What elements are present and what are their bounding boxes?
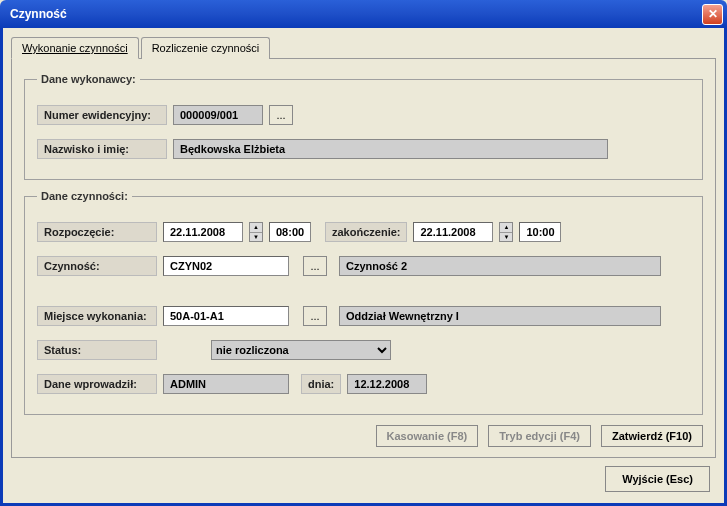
id-value: 000009/001 — [173, 105, 263, 125]
id-browse-button[interactable]: ... — [269, 105, 293, 125]
tab-strip: Wykonanie czynności Rozliczenie czynnośc… — [11, 37, 716, 59]
place-browse-button[interactable]: ... — [303, 306, 327, 326]
start-date-spinner[interactable]: ▲▼ — [249, 222, 263, 242]
window-title: Czynność — [10, 7, 702, 21]
entered-label: Dane wprowadził: — [37, 374, 157, 394]
id-label: Numer ewidencyjny: — [37, 105, 167, 125]
exit-button[interactable]: Wyjście (Esc) — [605, 466, 710, 492]
tab-panel: Dane wykonawcy: Numer ewidencyjny: 00000… — [11, 58, 716, 458]
activity-browse-button[interactable]: ... — [303, 256, 327, 276]
delete-button[interactable]: Kasowanie (F8) — [376, 425, 479, 447]
title-bar: Czynność ✕ — [0, 0, 727, 28]
edit-button[interactable]: Tryb edycji (F4) — [488, 425, 591, 447]
client-area: Wykonanie czynności Rozliczenie czynnośc… — [0, 28, 727, 506]
footer-bar: Wyjście (Esc) — [11, 458, 716, 492]
activity-desc: Czynność 2 — [339, 256, 661, 276]
end-time-input[interactable]: 10:00 — [519, 222, 561, 242]
tab-execution[interactable]: Wykonanie czynności — [11, 37, 139, 59]
action-buttons: Kasowanie (F8) Tryb edycji (F4) Zatwierd… — [376, 425, 703, 447]
start-date-input[interactable]: 22.11.2008 — [163, 222, 243, 242]
end-label: zakończenie: — [325, 222, 407, 242]
place-code-input[interactable]: 50A-01-A1 — [163, 306, 289, 326]
place-label: Miejsce wykonania: — [37, 306, 157, 326]
status-select[interactable]: nie rozliczona — [211, 340, 391, 360]
group-performer-legend: Dane wykonawcy: — [37, 73, 140, 85]
close-icon[interactable]: ✕ — [702, 4, 723, 25]
confirm-button[interactable]: Zatwierdź (F10) — [601, 425, 703, 447]
name-label: Nazwisko i imię: — [37, 139, 167, 159]
end-date-spinner[interactable]: ▲▼ — [499, 222, 513, 242]
group-performer: Dane wykonawcy: Numer ewidencyjny: 00000… — [24, 73, 703, 180]
end-date-input[interactable]: 22.11.2008 — [413, 222, 493, 242]
entered-on: 12.12.2008 — [347, 374, 427, 394]
tab-execution-label: Wykonanie czynności — [22, 42, 128, 54]
activity-code-input[interactable]: CZYN02 — [163, 256, 289, 276]
activity-label: Czynność: — [37, 256, 157, 276]
entered-by: ADMIN — [163, 374, 289, 394]
tab-settlement[interactable]: Rozliczenie czynności — [141, 37, 271, 59]
entered-on-label: dnia: — [301, 374, 341, 394]
status-label: Status: — [37, 340, 157, 360]
start-label: Rozpoczęcie: — [37, 222, 157, 242]
name-value: Będkowska Elżbieta — [173, 139, 608, 159]
tab-settlement-label: Rozliczenie czynności — [152, 42, 260, 54]
group-activity: Dane czynności: Rozpoczęcie: 22.11.2008 … — [24, 190, 703, 415]
start-time-input[interactable]: 08:00 — [269, 222, 311, 242]
place-desc: Oddział Wewnętrzny I — [339, 306, 661, 326]
group-activity-legend: Dane czynności: — [37, 190, 132, 202]
